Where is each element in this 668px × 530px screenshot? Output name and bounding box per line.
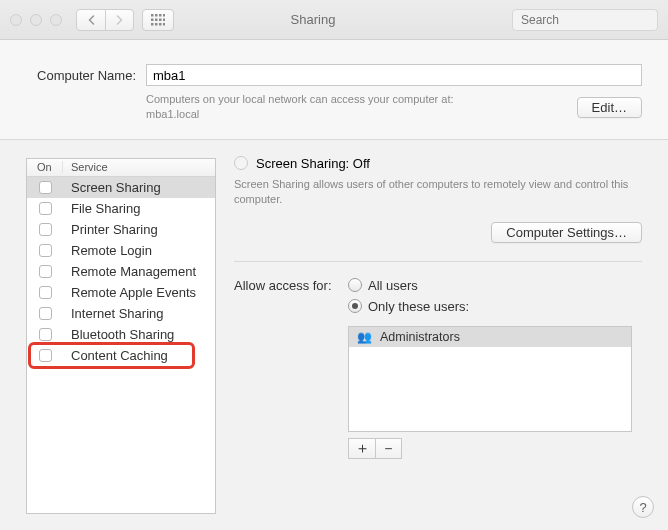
computer-name-input[interactable] <box>146 64 642 86</box>
service-row[interactable]: Screen Sharing <box>27 177 215 198</box>
status-description: Screen Sharing allows users of other com… <box>234 177 642 208</box>
service-row[interactable]: Remote Apple Events <box>27 282 215 303</box>
service-label: Remote Login <box>63 243 152 258</box>
note-line-1: Computers on your local network can acce… <box>146 92 577 107</box>
computer-name-section: Computer Name: Computers on your local n… <box>0 40 668 140</box>
radio-icon <box>348 299 362 313</box>
services-header: On Service <box>27 159 215 177</box>
service-checkbox[interactable] <box>39 223 52 236</box>
access-option-label: All users <box>368 278 418 293</box>
service-label: File Sharing <box>63 201 140 216</box>
col-service: Service <box>63 161 108 173</box>
computer-settings-button[interactable]: Computer Settings… <box>491 222 642 243</box>
service-row[interactable]: Bluetooth Sharing <box>27 324 215 345</box>
service-checkbox[interactable] <box>39 202 52 215</box>
note-line-2: mba1.local <box>146 107 577 122</box>
search-input[interactable] <box>519 12 668 28</box>
service-row[interactable]: Printer Sharing <box>27 219 215 240</box>
access-label: Allow access for: <box>234 278 338 459</box>
edit-button[interactable]: Edit… <box>577 97 642 118</box>
service-row[interactable]: Internet Sharing <box>27 303 215 324</box>
access-section: Allow access for: All usersOnly these us… <box>234 278 642 459</box>
add-user-button[interactable]: ＋ <box>349 439 375 458</box>
access-options: All usersOnly these users:👥Administrator… <box>348 278 632 459</box>
service-row[interactable]: Remote Management <box>27 261 215 282</box>
service-label: Printer Sharing <box>63 222 158 237</box>
service-checkbox[interactable] <box>39 181 52 194</box>
service-row[interactable]: File Sharing <box>27 198 215 219</box>
search-field-wrap[interactable] <box>512 9 658 31</box>
access-option[interactable]: All users <box>348 278 632 293</box>
service-label: Remote Apple Events <box>63 285 196 300</box>
min-dot[interactable] <box>30 14 42 26</box>
radio-icon <box>348 278 362 292</box>
titlebar: Sharing <box>0 0 668 40</box>
service-label: Bluetooth Sharing <box>63 327 174 342</box>
back-button[interactable] <box>77 10 105 30</box>
service-checkbox[interactable] <box>39 265 52 278</box>
services-list: On Service Screen SharingFile SharingPri… <box>26 158 216 514</box>
add-remove-segment: ＋－ <box>348 438 402 459</box>
col-on: On <box>27 161 63 173</box>
service-checkbox[interactable] <box>39 286 52 299</box>
status-indicator-icon <box>234 156 248 170</box>
service-label: Remote Management <box>63 264 196 279</box>
service-label: Content Caching <box>63 348 168 363</box>
status-title: Screen Sharing: Off <box>256 156 370 171</box>
service-checkbox[interactable] <box>39 328 52 341</box>
user-row[interactable]: 👥Administrators <box>349 327 631 347</box>
service-row[interactable]: Content Caching <box>27 345 215 366</box>
main-content: On Service Screen SharingFile SharingPri… <box>0 140 668 530</box>
window-title: Sharing <box>122 12 504 27</box>
service-checkbox[interactable] <box>39 349 52 362</box>
zoom-dot[interactable] <box>50 14 62 26</box>
service-label: Screen Sharing <box>63 180 161 195</box>
close-dot[interactable] <box>10 14 22 26</box>
remove-user-button[interactable]: － <box>375 439 401 458</box>
users-list[interactable]: 👥Administrators <box>348 326 632 432</box>
window-controls <box>10 14 62 26</box>
user-label: Administrators <box>380 330 460 344</box>
service-row[interactable]: Remote Login <box>27 240 215 261</box>
service-label: Internet Sharing <box>63 306 164 321</box>
status-row: Screen Sharing: Off <box>234 156 642 171</box>
access-option[interactable]: Only these users: <box>348 299 632 314</box>
access-option-label: Only these users: <box>368 299 469 314</box>
help-button[interactable]: ? <box>632 496 654 518</box>
service-checkbox[interactable] <box>39 307 52 320</box>
computer-name-note: Computers on your local network can acce… <box>146 92 642 123</box>
service-checkbox[interactable] <box>39 244 52 257</box>
users-icon: 👥 <box>357 330 372 344</box>
service-detail: Screen Sharing: Off Screen Sharing allow… <box>234 158 642 514</box>
computer-name-label: Computer Name: <box>26 68 136 83</box>
